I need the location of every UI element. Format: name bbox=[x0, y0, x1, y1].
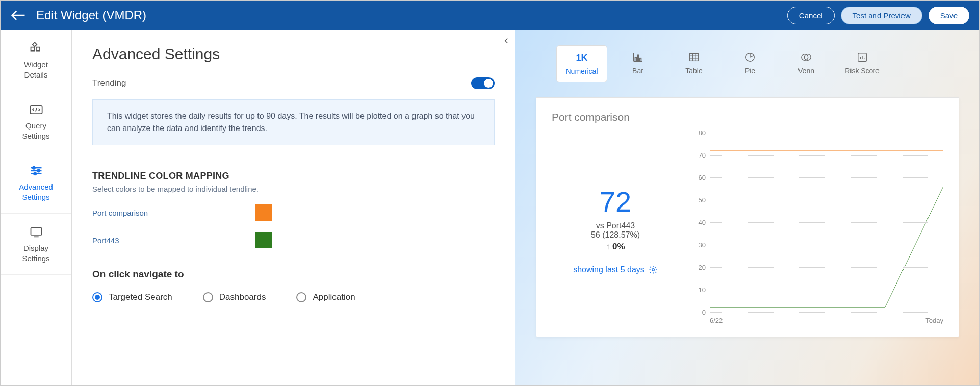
chart-type-label: Risk Score bbox=[845, 67, 880, 75]
x-tick-end: Today bbox=[925, 317, 943, 324]
svg-line-5 bbox=[35, 108, 36, 112]
card-title: Port comparison bbox=[552, 111, 943, 123]
svg-rect-17 bbox=[637, 55, 639, 61]
app-header: Edit Widget (VMDR) Cancel Test and Previ… bbox=[1, 1, 979, 30]
radio-dashboards[interactable]: Dashboards bbox=[203, 292, 266, 302]
color-swatch[interactable] bbox=[255, 204, 272, 221]
nav-radio-group: Targeted Search Dashboards Application bbox=[92, 292, 495, 302]
save-button[interactable]: Save bbox=[929, 7, 969, 24]
pct-line: 56 (128.57%) bbox=[591, 230, 640, 240]
back-arrow-icon[interactable] bbox=[11, 8, 26, 23]
y-tick: 50 bbox=[699, 196, 706, 204]
gear-icon bbox=[649, 265, 658, 274]
color-row-label: Port443 bbox=[92, 236, 255, 245]
arrow-up-icon: ↑ bbox=[606, 242, 610, 252]
page-title: Edit Widget (VMDR) bbox=[36, 8, 146, 22]
y-tick: 60 bbox=[699, 174, 706, 182]
body-area: Widget Details Query Settings Advanced S… bbox=[1, 30, 979, 385]
grid-line bbox=[710, 245, 943, 245]
grid-line bbox=[710, 267, 943, 268]
risk-score-icon bbox=[857, 52, 868, 63]
panel-title: Advanced Settings bbox=[92, 45, 495, 63]
sidebar-item-query-settings[interactable]: Query Settings bbox=[1, 91, 71, 152]
grid-line bbox=[710, 312, 943, 313]
trending-toggle[interactable] bbox=[471, 77, 495, 89]
y-tick: 40 bbox=[699, 219, 706, 226]
grid-line bbox=[710, 222, 943, 223]
y-tick: 20 bbox=[699, 264, 706, 271]
nav-head: On click navigate to bbox=[92, 269, 495, 280]
sliders-icon bbox=[29, 164, 43, 178]
chart-type-label: Table bbox=[685, 67, 702, 75]
radio-label: Dashboards bbox=[219, 292, 266, 302]
cancel-button[interactable]: Cancel bbox=[787, 7, 835, 24]
svg-rect-18 bbox=[640, 58, 641, 61]
color-row-port-comparison: Port comparison bbox=[92, 204, 495, 221]
svg-rect-2 bbox=[36, 47, 40, 51]
numerical-icon: 1K bbox=[576, 53, 587, 63]
y-tick: 30 bbox=[699, 241, 706, 249]
test-and-preview-button[interactable]: Test and Preview bbox=[841, 7, 922, 24]
svg-rect-16 bbox=[635, 57, 637, 61]
x-axis: 6/22 Today bbox=[710, 314, 943, 326]
radio-label: Targeted Search bbox=[109, 292, 172, 302]
svg-rect-1 bbox=[31, 47, 34, 51]
sidebar: Widget Details Query Settings Advanced S… bbox=[1, 30, 72, 385]
sidebar-item-advanced-settings[interactable]: Advanced Settings bbox=[1, 152, 71, 214]
sidebar-item-label: Query Settings bbox=[22, 121, 49, 141]
vs-line: vs Port443 bbox=[596, 221, 635, 230]
showing-last-days[interactable]: showing last 5 days bbox=[573, 265, 658, 274]
preview-panel: 1K Numerical Bar Table Pie bbox=[515, 30, 979, 385]
color-mapping-head: TRENDLINE COLOR MAPPING bbox=[92, 171, 495, 182]
chart-type-pie[interactable]: Pie bbox=[725, 45, 776, 82]
sidebar-item-label: Display Settings bbox=[22, 243, 49, 263]
y-tick: 80 bbox=[699, 129, 706, 137]
sidebar-item-label: Advanced Settings bbox=[19, 182, 53, 202]
code-icon bbox=[29, 102, 43, 117]
delta-value: 0% bbox=[612, 242, 625, 252]
svg-rect-3 bbox=[32, 42, 36, 46]
y-axis: 01020304050607080 bbox=[689, 133, 710, 312]
svg-point-28 bbox=[652, 268, 655, 271]
trending-row: Trending bbox=[92, 77, 495, 89]
table-icon bbox=[688, 52, 700, 63]
chart-type-bar[interactable]: Bar bbox=[612, 45, 663, 82]
chart-type-tabs: 1K Numerical Bar Table Pie bbox=[556, 45, 959, 82]
chart-type-numerical[interactable]: 1K Numerical bbox=[556, 45, 607, 82]
svg-rect-19 bbox=[690, 54, 699, 61]
stat-column: 72 vs Port443 56 (128.57%) ↑ 0% showing … bbox=[552, 133, 679, 326]
chart-type-label: Venn bbox=[798, 67, 814, 75]
svg-rect-12 bbox=[31, 228, 41, 235]
chart-column: 01020304050607080 6/22 Today bbox=[679, 133, 943, 326]
sidebar-item-display-settings[interactable]: Display Settings bbox=[1, 214, 71, 275]
bar-chart-icon bbox=[632, 52, 643, 63]
grid-line bbox=[710, 290, 943, 290]
color-swatch[interactable] bbox=[255, 232, 272, 248]
radio-label: Application bbox=[313, 292, 355, 302]
preview-card: Port comparison 72 vs Port443 56 (128.57… bbox=[536, 97, 959, 337]
chart-type-table[interactable]: Table bbox=[668, 45, 719, 82]
header-actions: Cancel Test and Preview Save bbox=[787, 7, 969, 24]
delta-line: ↑ 0% bbox=[606, 242, 625, 252]
chart-type-label: Bar bbox=[632, 67, 643, 75]
chart-type-label: Pie bbox=[745, 67, 755, 75]
trending-label: Trending bbox=[92, 78, 126, 88]
card-body: 72 vs Port443 56 (128.57%) ↑ 0% showing … bbox=[552, 133, 943, 326]
svg-point-10 bbox=[37, 170, 40, 172]
big-number: 72 bbox=[600, 185, 631, 218]
radio-application[interactable]: Application bbox=[296, 292, 355, 302]
pie-chart-icon bbox=[744, 52, 756, 63]
header-left: Edit Widget (VMDR) bbox=[11, 8, 146, 23]
y-tick: 10 bbox=[699, 286, 706, 294]
sidebar-item-label: Widget Details bbox=[24, 60, 48, 80]
radio-targeted-search[interactable]: Targeted Search bbox=[92, 292, 172, 302]
venn-icon bbox=[801, 52, 812, 63]
collapse-panel-icon[interactable] bbox=[502, 36, 511, 47]
chart-type-risk-score[interactable]: Risk Score bbox=[837, 45, 888, 82]
sidebar-item-widget-details[interactable]: Widget Details bbox=[1, 30, 71, 91]
chart-type-venn[interactable]: Venn bbox=[781, 45, 832, 82]
svg-point-9 bbox=[33, 167, 35, 169]
grid-line bbox=[710, 155, 943, 156]
color-row-port443: Port443 bbox=[92, 232, 495, 248]
chart-area: 01020304050607080 6/22 Today bbox=[689, 133, 943, 326]
